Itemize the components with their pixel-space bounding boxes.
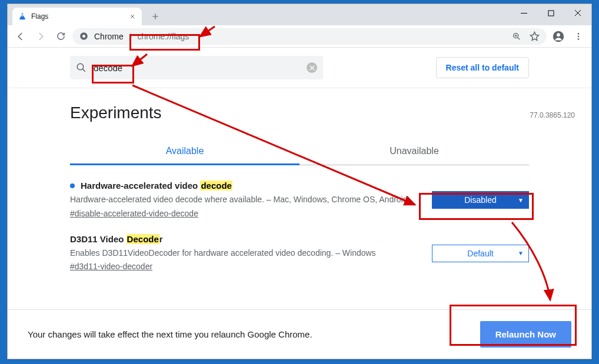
flag-title: Hardware-accelerated video decode [70,181,420,191]
browser-tab[interactable]: Flags [12,8,142,25]
zoom-icon[interactable] [512,32,521,41]
svg-point-8 [578,38,580,40]
close-window-button[interactable] [564,4,591,22]
flag-anchor-link[interactable]: #d3d11-video-decoder [70,262,152,271]
tabs: Available Unavailable [70,139,529,165]
flag-title: D3D11 Video Decoder [70,234,420,244]
page-content: Reset all to default Experiments Availab… [8,48,591,309]
search-input[interactable] [92,62,301,74]
tab-strip: Flags [8,4,591,25]
svg-point-6 [578,33,580,35]
modified-dot-icon [70,183,75,188]
clear-search-icon[interactable] [307,62,317,73]
browser-window: Flags Chrome | chrome://flags [7,4,592,359]
flag-row: D3D11 Video Decoder Enables D3D11VideoDe… [70,219,529,272]
maximize-button[interactable] [537,4,564,22]
relaunch-message: Your changes will take effect the next t… [28,329,312,339]
relaunch-button[interactable]: Relaunch Now [480,321,571,348]
relaunch-bar: Your changes will take effect the next t… [8,309,591,359]
tab-unavailable[interactable]: Unavailable [300,139,529,165]
reload-button[interactable] [52,28,69,45]
forward-button[interactable] [32,28,49,45]
flask-icon [18,12,26,21]
window-controls [510,4,591,22]
menu-button[interactable] [570,28,587,45]
tab-available[interactable]: Available [70,139,300,165]
version-label: 77.0.3865.120 [530,111,575,119]
toolbar: Chrome | chrome://flags [8,25,591,48]
omnibox-url: chrome://flags [137,32,189,41]
flag-row: Hardware-accelerated video decode Hardwa… [70,165,529,219]
profile-button[interactable] [550,28,567,45]
flag-select-value: Default [467,249,493,258]
svg-point-7 [578,35,580,37]
flag-select-value: Disabled [464,195,496,205]
flag-select[interactable]: Disabled ▼ [432,191,529,209]
page-title: Experiments [70,103,529,122]
omnibox-label: Chrome [94,32,124,41]
tab-title: Flags [31,12,48,21]
star-icon[interactable] [530,31,540,41]
svg-point-9 [77,64,84,70]
chevron-down-icon: ▼ [518,197,524,203]
svg-point-2 [82,35,85,38]
close-tab-icon[interactable] [129,13,136,20]
flag-anchor-link[interactable]: #disable-accelerated-video-decode [70,209,198,218]
flag-description: Hardware-accelerated video decode where … [70,194,420,206]
flag-select[interactable]: Default ▼ [432,245,529,262]
chrome-icon [79,32,88,41]
chevron-down-icon: ▼ [518,250,524,256]
minimize-button[interactable] [510,4,537,22]
search-icon [76,62,86,73]
omnibox[interactable]: Chrome | chrome://flags [72,28,547,45]
new-tab-button[interactable] [148,9,163,24]
svg-point-5 [557,33,560,36]
flag-description: Enables D3D11VideoDecoder for hardware a… [70,248,420,259]
search-box[interactable] [70,56,323,79]
reset-all-button[interactable]: Reset all to default [436,57,529,78]
svg-rect-0 [548,11,554,16]
back-button[interactable] [12,28,29,45]
